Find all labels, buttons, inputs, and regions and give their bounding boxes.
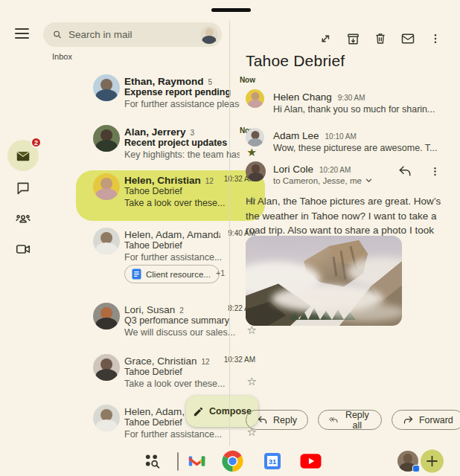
thread-count: 2	[179, 306, 184, 315]
thread-subject: Tahoe Debrief	[124, 367, 182, 377]
reply-button[interactable]: Reply	[246, 410, 308, 430]
avatar	[93, 354, 120, 381]
chip-label: Client resource...	[146, 270, 211, 279]
thread-snippet: For further assistance...	[124, 429, 240, 440]
thread-snippet: Take a look over these...	[124, 379, 240, 389]
conversation-toolbar	[318, 31, 443, 46]
thread-list-pane: Inbox Ethan, Raymond5 Now Expense report…	[41, 0, 229, 446]
spaces-icon	[15, 211, 31, 228]
expand-icon[interactable]	[318, 31, 333, 46]
more-options-icon[interactable]	[428, 31, 443, 46]
avatar	[93, 303, 120, 329]
menu-icon[interactable]	[15, 28, 29, 39]
message-more-icon[interactable]	[427, 164, 442, 178]
archive-icon[interactable]	[345, 31, 360, 46]
message-snippet: Wow, these picturese are awesome. T...	[273, 143, 442, 153]
forward-label: Forward	[419, 415, 453, 425]
thread-snippet: Take a look over these...	[124, 198, 240, 208]
calendar-app-icon[interactable]: 31	[263, 452, 281, 470]
reply-label: Reply	[273, 415, 297, 425]
thread-names: Helen, Adam, Amanda	[124, 229, 220, 240]
account-avatar[interactable]	[200, 26, 218, 44]
mail-icon	[15, 147, 31, 164]
thread-subject: Expense report pending	[124, 87, 231, 97]
reply-all-button[interactable]: Reply all	[318, 410, 382, 430]
chip-extra-count: +1	[216, 268, 225, 277]
search-bar[interactable]	[43, 22, 222, 47]
avatar	[93, 74, 120, 101]
thread-subject: Tahoe Debrief	[124, 240, 182, 251]
thread-snippet: Key highlights: the team has a...	[124, 149, 240, 160]
thread-subject: Tahoe Debrief	[124, 186, 182, 196]
avatar	[93, 405, 120, 431]
taskbar: 31	[0, 446, 460, 476]
message-time: 10:10 AM	[325, 132, 357, 141]
youtube-app-icon[interactable]	[300, 454, 322, 469]
chrome-app-icon[interactable]	[221, 450, 244, 473]
attachment-chip[interactable]: Client resource...	[124, 265, 220, 283]
thread-snippet: For further assistance please...	[124, 99, 240, 109]
thread-names: Helen, Adam, A	[124, 406, 194, 417]
calendar-day: 31	[269, 457, 277, 466]
delete-icon[interactable]	[373, 31, 388, 46]
thread-names: Alan, Jerrery	[124, 126, 186, 138]
thread-subject: Q3 perfomance summary	[124, 315, 229, 326]
new-window-button[interactable]	[421, 450, 444, 473]
avatar	[93, 173, 120, 200]
message-sender: Adam Lee	[273, 130, 319, 141]
meet-icon	[15, 241, 31, 257]
conversation-title: Tahoe Debrief	[246, 52, 345, 70]
taskbar-avatar[interactable]	[397, 451, 418, 472]
message-time: 10:20 AM	[319, 166, 351, 174]
avatar	[93, 125, 120, 152]
avatar	[93, 228, 120, 254]
rail-item-mail[interactable]: 2	[7, 140, 39, 171]
thread-count: 5	[208, 78, 213, 86]
message-collapsed[interactable]: Adam Lee10:10 AM Wow, these picturese ar…	[246, 126, 442, 160]
thread-subject: Tahoe Debrief	[124, 417, 182, 428]
attachment-image[interactable]	[246, 236, 402, 326]
gmail-window: 2	[0, 0, 460, 476]
plus-icon	[427, 456, 438, 467]
thread-names: Lori, Susan	[124, 304, 175, 315]
chat-badge-icon	[412, 465, 420, 472]
rail-item-spaces[interactable]	[7, 204, 39, 235]
chat-icon	[16, 181, 31, 196]
conversation-pane: Tahoe Debrief Helen Chang9:30 AM Hi Alan…	[229, 0, 460, 446]
pencil-icon	[193, 406, 204, 417]
nav-rail: 2	[0, 0, 41, 446]
app-search-icon[interactable]	[144, 453, 161, 470]
message-expanded-header[interactable]: Lori Cole10:20 AM to Cameron, Jesse, me	[246, 160, 442, 193]
taskbar-divider	[177, 452, 179, 471]
message-actions: Reply Reply all Forward	[246, 410, 460, 430]
avatar	[246, 161, 266, 181]
thread-count: 3	[191, 129, 195, 137]
avatar	[246, 128, 264, 147]
reply-icon[interactable]	[397, 164, 412, 178]
message-snippet: Hi Alan, thank you so much for sharin...	[273, 104, 442, 115]
mark-unread-icon[interactable]	[400, 31, 415, 46]
mail-unread-badge: 2	[31, 137, 42, 148]
message-recipients: to Cameron, Jesse, me	[273, 176, 362, 185]
rail-item-chat[interactable]	[7, 173, 39, 204]
search-input[interactable]	[68, 29, 200, 40]
reply-icon	[257, 415, 268, 425]
message-sender: Lori Cole	[273, 164, 313, 175]
message-time: 9:30 AM	[338, 94, 365, 102]
thread-snippet: For further assistance...	[124, 252, 240, 263]
rail-item-meet[interactable]	[7, 234, 39, 265]
thread-count: 12	[202, 358, 210, 366]
chevron-down-icon[interactable]	[365, 178, 372, 183]
reply-all-icon	[329, 415, 339, 425]
thread-subject: Recent project updates	[124, 138, 227, 148]
forward-icon	[403, 415, 414, 425]
avatar	[246, 89, 264, 108]
forward-button[interactable]: Forward	[392, 410, 460, 430]
message-collapsed[interactable]: Helen Chang9:30 AM Hi Alan, thank you so…	[246, 88, 442, 121]
search-icon	[53, 28, 62, 41]
reply-all-label: Reply all	[344, 410, 371, 431]
thread-names: Ethan, Raymond	[124, 76, 204, 87]
gmail-app-icon[interactable]	[187, 451, 207, 472]
message-sender: Helen Chang	[273, 91, 332, 103]
thread-snippet: We will discuss our sales...	[124, 327, 240, 338]
